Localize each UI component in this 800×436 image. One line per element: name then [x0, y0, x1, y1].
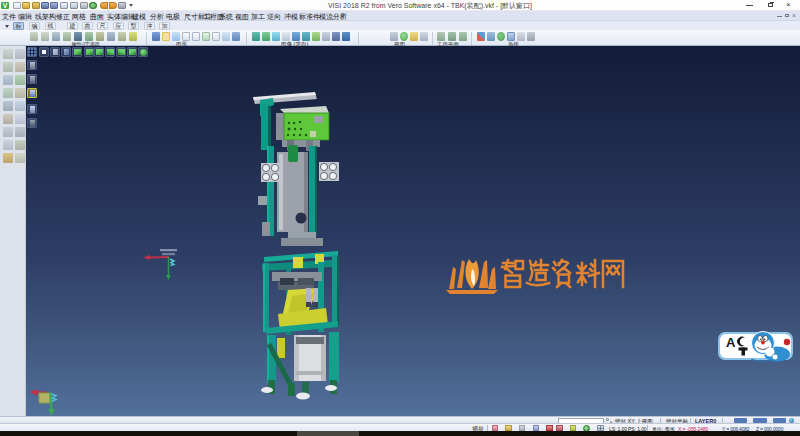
svg-text:A: A — [726, 335, 736, 350]
